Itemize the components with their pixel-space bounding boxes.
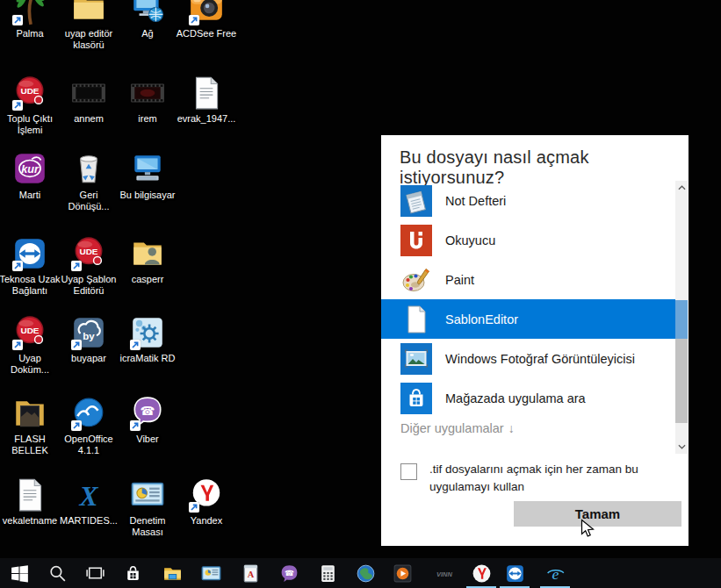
- open-with-dialog: Bu dosyayı nasıl açmak istiyorsunuz? Not…: [381, 135, 689, 546]
- shortcut-arrow-icon: [71, 420, 82, 431]
- taskbar-store-button[interactable]: [115, 558, 150, 588]
- desktop-icon-label: irem: [114, 113, 181, 125]
- desktop-icon-label: OpenOffice4.1.1: [55, 434, 122, 455]
- recycle-icon: [70, 151, 107, 188]
- vinn-icon: VINN: [429, 563, 460, 584]
- desktop-icon-label: Teknosa UzakBağlantı: [0, 274, 63, 296]
- desktop-icon-acdsee-free[interactable]: ACDSee Free: [173, 0, 240, 39]
- network-icon: [129, 0, 166, 26]
- taskbar-teamviewer-button[interactable]: [497, 558, 532, 588]
- desktop-icon-uyap-editor-klasoru[interactable]: uyap editörklasörü: [55, 0, 122, 50]
- shortcut-arrow-icon: [71, 261, 82, 271]
- desktop-icon-label: Marti: [0, 190, 63, 201]
- app-option-not-defteri[interactable]: Not Defteri: [381, 181, 675, 220]
- taskbar-search-button[interactable]: [40, 558, 75, 588]
- store-icon: [122, 563, 144, 584]
- desktop-icon-evrak-1947[interactable]: evrak_1947...: [173, 75, 240, 125]
- desktop-icon-yandex[interactable]: Yandex: [173, 477, 240, 527]
- search-icon: [47, 563, 68, 584]
- desktop-icon-geri-donusum[interactable]: GeriDönüşü...: [55, 151, 122, 212]
- ok-button[interactable]: Tamam: [514, 501, 681, 527]
- desktop-icon-uyap-dokum[interactable]: UDEUyapDoküm...: [0, 314, 63, 375]
- martides-icon: X: [70, 477, 107, 513]
- app-option-sablon-editor[interactable]: SablonEditor: [381, 299, 675, 339]
- taskbar-internet-explorer-button[interactable]: e: [537, 558, 573, 588]
- desktop-icon-annem[interactable]: annem: [55, 75, 122, 125]
- taskbar-vinn-button[interactable]: VINN: [427, 558, 462, 588]
- desktop-icon-teknosa-uzak-baglanti[interactable]: Teknosa UzakBağlantı: [0, 235, 63, 296]
- desktop-icon-ag[interactable]: Ağ: [114, 0, 181, 39]
- app-option-label: Not Defteri: [445, 194, 506, 208]
- desktop-icon-palma[interactable]: Palma: [0, 0, 63, 39]
- scrollbar-down-button[interactable]: [675, 440, 688, 454]
- desktop-icon-label: uyap editörklasörü: [55, 28, 122, 50]
- kur-icon: kur: [11, 151, 48, 188]
- ude-icon: UDE: [11, 75, 48, 111]
- desktop-icon-label: buyapar: [55, 353, 122, 364]
- desktop-icon-denetim-masasi[interactable]: DenetimMasası: [114, 477, 181, 537]
- taskbar-control-panel-button[interactable]: [193, 558, 228, 588]
- start-icon: [9, 563, 31, 584]
- scrollbar-up-button[interactable]: [675, 181, 688, 195]
- task-view-icon: [84, 563, 106, 584]
- app-option-magazada-uygulama-ara[interactable]: Mağazada uygulama ara: [381, 378, 675, 418]
- doc-icon: [188, 75, 225, 111]
- shortcut-arrow-icon: [71, 340, 82, 350]
- desktop-icon-label: MARTIDES...: [55, 515, 122, 527]
- desktop-icon-irem[interactable]: irem: [114, 75, 181, 125]
- taskbar-document-editor-button[interactable]: A: [233, 558, 268, 588]
- taskbar-google-earth-button[interactable]: [348, 558, 383, 588]
- app-option-label: Mağazada uygulama ara: [445, 391, 586, 405]
- desktop-icon-toplu-cikti-islemi[interactable]: UDEToplu Çıktıİşlemi: [0, 75, 63, 135]
- shortcut-arrow-icon: [130, 420, 141, 431]
- desktop-icon-vekaletname[interactable]: vekaletname: [0, 477, 63, 527]
- desktop-icon-openoffice[interactable]: OpenOffice4.1.1: [55, 395, 122, 455]
- scrollbar-thumb[interactable]: [675, 300, 688, 423]
- yandex-browser-icon: [471, 563, 493, 584]
- app-list: Not DefteriOkuyucuPaintSablonEditorWindo…: [381, 181, 689, 418]
- taskbar-task-view-button[interactable]: [77, 558, 112, 588]
- desktop-icon-label: annem: [55, 113, 122, 125]
- taskbar-media-player-button[interactable]: [385, 558, 420, 588]
- viber-icon: ☎: [129, 395, 166, 432]
- more-apps-link[interactable]: Diğer uygulamalar↓: [400, 421, 515, 435]
- controlpanel-icon: [129, 477, 166, 513]
- palm-icon: [11, 0, 48, 26]
- desktop-icon-label: Ağ: [114, 28, 181, 39]
- desktop-icon-label: Toplu Çıktıİşlemi: [0, 113, 63, 135]
- taskbar-file-explorer-button[interactable]: [155, 558, 190, 588]
- app-option-label: Paint: [445, 273, 474, 287]
- folderdark-icon: [11, 395, 48, 432]
- desktop-icon-label: Palma: [0, 28, 63, 39]
- arrow-down-icon: ↓: [504, 421, 515, 435]
- calculator-icon: [317, 563, 339, 584]
- taskbar-start-button[interactable]: [2, 558, 37, 588]
- app-option-paint[interactable]: Paint: [381, 260, 675, 299]
- film-icon: [70, 75, 107, 111]
- taskbar: A☎VINNe: [0, 558, 721, 588]
- desktop-icon-flash-bellek[interactable]: FLASHBELLEK: [0, 395, 63, 455]
- desktop-icon-label: DenetimMasası: [114, 515, 181, 537]
- icramatik-icon: [129, 314, 166, 351]
- desktop-icon-bu-bilgisayar[interactable]: Bu bilgisayar: [114, 151, 181, 201]
- taskbar-calculator-button[interactable]: [310, 558, 345, 588]
- desktop-icon-uyap-sablon-editoru[interactable]: UDEUyap ŞablonEditörü: [55, 235, 122, 296]
- desktop-icon-casperr[interactable]: casperr: [114, 235, 181, 285]
- desktop-icon-label: Bu bilgisayar: [114, 190, 181, 201]
- app-option-label: Windows Fotoğraf Görüntüleyicisi: [445, 352, 635, 366]
- desktop-icon-viber[interactable]: ☎Viber: [114, 395, 181, 445]
- taskbar-yandex-browser-button[interactable]: [464, 558, 499, 588]
- desktop-icon-marti[interactable]: kurMarti: [0, 151, 63, 201]
- notepad-icon: [400, 185, 432, 217]
- desktop-icon-label: UyapDoküm...: [0, 353, 63, 375]
- taskbar-viber-button[interactable]: ☎: [271, 558, 306, 588]
- desktop-icon-icramatik-rd[interactable]: icraMatik RD: [114, 314, 181, 364]
- google-earth-icon: [355, 563, 377, 584]
- desktop-icon-buyapar[interactable]: bybuyapar: [55, 314, 122, 364]
- app-option-windows-fotograf-goruntuleyicisi[interactable]: Windows Fotoğraf Görüntüleyicisi: [381, 339, 675, 378]
- always-use-checkbox[interactable]: [400, 463, 417, 480]
- desktop-icon-martides[interactable]: XMARTIDES...: [55, 477, 122, 527]
- teamviewer-icon: [504, 563, 526, 584]
- scrollbar-track[interactable]: [675, 181, 688, 454]
- app-option-okuyucu[interactable]: Okuyucu: [381, 220, 675, 260]
